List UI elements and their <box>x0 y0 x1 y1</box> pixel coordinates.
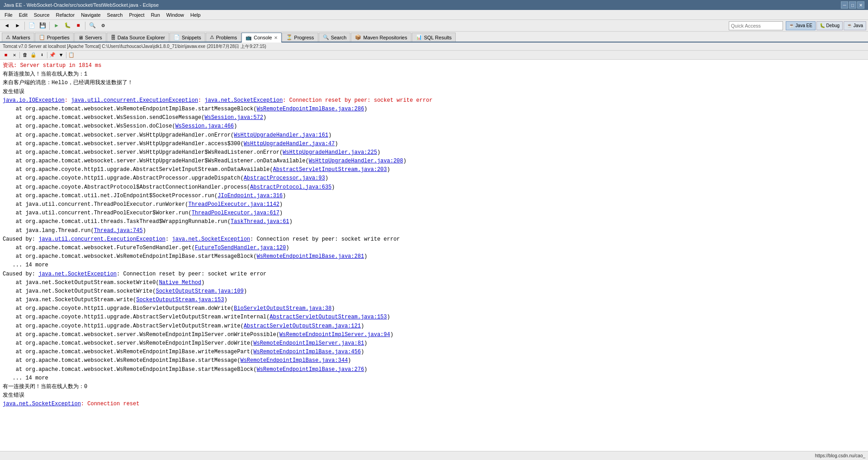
toolbar-new[interactable]: 📄 <box>27 21 37 31</box>
toolbar-debug[interactable]: 🐛 <box>62 21 72 31</box>
link-ioexception[interactable]: java.io.IOException <box>3 97 65 104</box>
link-socketexception-final[interactable]: java.net.SocketException <box>3 401 81 407</box>
tab-progress[interactable]: ⏳ Progress <box>282 33 318 42</box>
quick-access-input[interactable] <box>729 21 783 30</box>
link-cb2-2[interactable]: SocketOutputStream.java:109 <box>156 288 243 294</box>
console-menu-btn[interactable]: ▼ <box>57 51 65 59</box>
console-new-btn[interactable]: 📋 <box>67 51 75 59</box>
tab-maven-label: Maven Repositories <box>363 35 407 40</box>
menu-refactor[interactable]: Refactor <box>53 11 78 19</box>
console-scroll-end-btn[interactable]: ⬇ <box>38 51 46 59</box>
stack-cb2-9: at org.apache.tomcat.websocket.WsRemoteE… <box>3 348 865 356</box>
menu-search[interactable]: Search <box>104 11 126 19</box>
link-cb2-9[interactable]: WsRemoteEndpointImplBase.java:456 <box>254 349 361 355</box>
toolbar-save[interactable]: 💾 <box>38 21 47 31</box>
toolbar-fwd[interactable]: ▶ <box>13 21 23 31</box>
link-cb2-1[interactable]: Native Method <box>159 280 202 286</box>
link-socketexception[interactable]: java.net.SocketException <box>205 97 283 104</box>
link-1[interactable]: WsRemoteEndpointImplBase.java:286 <box>257 106 364 112</box>
tab-snippets[interactable]: 📄 Snippets <box>170 33 205 42</box>
link-executionexception-2[interactable]: java.util.concurrent.ExecutionException <box>38 236 165 242</box>
link-6[interactable]: WsHttpUpgradeHandler.java:225 <box>283 149 377 156</box>
link-cb2-6[interactable]: AbstractServletOutputStream.java:121 <box>244 323 361 329</box>
snippets-icon: 📄 <box>174 34 180 40</box>
link-3[interactable]: WsSession.java:466 <box>175 123 234 129</box>
menu-window[interactable]: Window <box>164 11 187 19</box>
close-button[interactable]: ✕ <box>857 1 864 9</box>
menu-source[interactable]: Source <box>31 11 52 19</box>
caused-by-1: Caused by: java.util.concurrent.Executio… <box>3 235 865 244</box>
tab-maven[interactable]: 📦 Maven Repositories <box>351 33 411 42</box>
link-executionexception[interactable]: java.util.concurrent.ExecutionException <box>71 97 198 104</box>
stack-1: at org.apache.tomcat.websocket.WsRemoteE… <box>3 105 865 114</box>
console-scroll-lock-btn[interactable]: 🔒 <box>29 51 38 59</box>
toolbar-back[interactable]: ◀ <box>2 21 12 31</box>
link-15[interactable]: Thread.java:745 <box>94 228 143 234</box>
link-socketexception-2[interactable]: java.net.SocketException <box>172 236 250 242</box>
link-4[interactable]: WsHttpUpgradeHandler.java:161 <box>234 132 328 138</box>
tab-progress-label: Progress <box>294 35 314 40</box>
console-pin-btn[interactable]: 📌 <box>48 51 57 59</box>
link-cb2-4[interactable]: BioServletOutputStream.java:38 <box>234 305 331 312</box>
toolbar-stop[interactable]: ■ <box>73 21 83 31</box>
tab-properties[interactable]: 📋 Properties <box>35 33 74 42</box>
tab-datasource[interactable]: 🗄 Data Source Explorer <box>107 33 169 42</box>
menu-run[interactable]: Run <box>148 11 163 19</box>
menu-edit[interactable]: Edit <box>16 11 30 19</box>
tab-sql[interactable]: 📊 SQL Results <box>412 33 456 42</box>
link-8[interactable]: AbstractServletInputStream.java:203 <box>273 166 387 173</box>
link-cb2-10[interactable]: WsRemoteEndpointImplBase.java:344 <box>241 357 348 364</box>
minimize-button[interactable]: ─ <box>841 1 848 9</box>
stack-4: at org.apache.tomcat.websocket.server.Ws… <box>3 131 865 140</box>
toolbar-settings[interactable]: ⚙ <box>98 21 108 31</box>
tab-console-close[interactable]: ✕ <box>274 35 278 40</box>
toolbar-search[interactable]: 🔍 <box>87 21 97 31</box>
link-cb2-7[interactable]: WsRemoteEndpointImplServer.java:94 <box>279 332 390 338</box>
console-stop-btn[interactable]: ■ <box>2 51 10 59</box>
link-cb1-2[interactable]: WsRemoteEndpointImplBase.java:281 <box>257 253 364 260</box>
link-cb2-3[interactable]: SocketOutputStream.java:153 <box>136 297 224 303</box>
link-cb1-1[interactable]: FutureToSendHandler.java:120 <box>195 245 286 251</box>
stack-15: at java.lang.Thread.run(Thread.java:745) <box>3 227 865 235</box>
stack-2: at org.apache.tomcat.websocket.WsSession… <box>3 114 865 122</box>
menu-project[interactable]: Project <box>126 11 147 19</box>
tab-markers[interactable]: ⚠ Markers <box>2 33 34 42</box>
stack-cb2-11: at org.apache.tomcat.websocket.WsRemoteE… <box>3 365 865 374</box>
link-10[interactable]: AbstractProtocol.java:635 <box>250 184 331 190</box>
menu-navigate[interactable]: Navigate <box>78 11 103 19</box>
menu-file[interactable]: File <box>2 11 15 19</box>
stack-3: at org.apache.tomcat.websocket.WsSession… <box>3 122 865 131</box>
console-close-btn[interactable]: ✕ <box>10 51 19 59</box>
link-9[interactable]: AbstractProcessor.java:93 <box>244 175 325 181</box>
console-clear-btn[interactable]: 🗑 <box>21 51 29 59</box>
tab-search[interactable]: 🔍 Search <box>319 33 351 42</box>
toolbar-run[interactable]: ▶ <box>52 21 61 31</box>
perspective-buttons: ☕ Java EE 🐛 Debug ☕ Java <box>786 21 866 30</box>
tab-servers[interactable]: 🖥 Servers <box>74 33 106 42</box>
toolbar-sep-3 <box>85 22 85 30</box>
tab-snippets-label: Snippets <box>182 35 201 40</box>
tab-console[interactable]: 📺 Console ✕ <box>241 33 281 43</box>
tab-problems[interactable]: ⚠ Problems <box>206 33 241 42</box>
link-13[interactable]: ThreadPoolExecutor.java:617 <box>192 210 279 216</box>
link-7[interactable]: WsHttpUpgradeHandler.java:208 <box>309 158 403 164</box>
link-socketexception-3[interactable]: java.net.SocketException <box>38 271 117 277</box>
stack-6: at org.apache.tomcat.websocket.server.Ws… <box>3 148 865 157</box>
maximize-button[interactable]: □ <box>849 1 856 9</box>
link-14[interactable]: TaskThread.java:61 <box>231 218 289 225</box>
perspective-debug[interactable]: 🐛 Debug <box>816 21 843 30</box>
con-act-sep-1 <box>19 52 20 58</box>
link-11[interactable]: JIoEndpoint.java:316 <box>217 193 283 199</box>
link-2[interactable]: WsSession.java:572 <box>204 114 263 121</box>
link-cb2-11[interactable]: WsRemoteEndpointImplBase.java:276 <box>257 366 364 373</box>
link-12[interactable]: ThreadPoolExecutor.java:1142 <box>188 201 279 208</box>
link-cb2-5[interactable]: AbstractServletOutputStream.java:153 <box>270 314 387 320</box>
tab-problems-label: Problems <box>216 35 237 40</box>
stack-13: at java.util.concurrent.ThreadPoolExecut… <box>3 209 865 218</box>
link-5[interactable]: WsHttpUpgradeHandler.java:47 <box>244 141 335 147</box>
perspective-java[interactable]: ☕ Java <box>844 21 866 30</box>
perspective-javaee[interactable]: ☕ Java EE <box>786 21 816 30</box>
stack-cb2-6: at org.apache.coyote.http11.upgrade.Abst… <box>3 322 865 331</box>
menu-help[interactable]: Help <box>188 11 203 19</box>
link-cb2-8[interactable]: WsRemoteEndpointImplServer.java:81 <box>254 340 364 346</box>
